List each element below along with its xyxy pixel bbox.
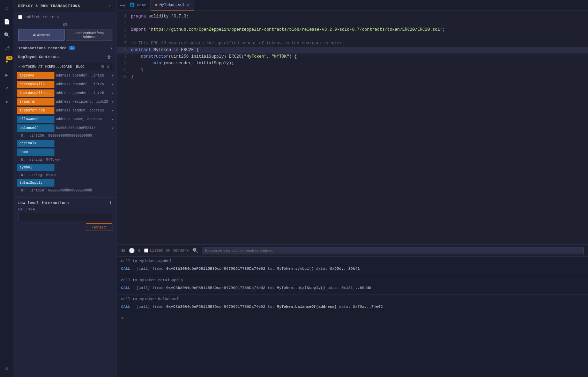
decreaseallo-params: address spender, uint25 <box>56 82 110 86</box>
call-type-symbol: [call] from: <box>134 267 166 271</box>
name-button[interactable]: name <box>17 148 54 156</box>
transact-button[interactable]: Transact <box>86 223 112 231</box>
allowance-chevron[interactable]: ▾ <box>112 117 114 122</box>
transfer-chevron[interactable]: ▾ <box>112 100 114 104</box>
address-buttons: At Address Load contract from Address <box>14 28 117 44</box>
code-line-9: 9 } <box>117 67 588 74</box>
fn-row-name: name <box>17 148 114 156</box>
console-search-input[interactable] <box>202 247 584 254</box>
console-toolbar: ≋ 🕐 0 listen on network 🔍 <box>117 245 588 257</box>
balanceof-result-value: 0: uint256: 800000000000000000000 <box>21 134 92 138</box>
console-entry-symbol: call to MyToken.symbol CALL [call] from:… <box>117 257 588 276</box>
listen-label: listen on network <box>144 248 189 253</box>
publish-row: Publish to IPFS <box>14 12 117 22</box>
console-summary-balanceof: call to MyToken.balanceOf <box>121 297 584 301</box>
console-output: call to MyToken.symbol CALL [call] from:… <box>117 257 588 377</box>
panel-menu-button[interactable]: ≡ <box>108 3 112 8</box>
starknet-nav-icon[interactable]: ★ <box>1 96 13 107</box>
decreaseallo-chevron[interactable]: ▾ <box>112 82 114 87</box>
zoom-out-button[interactable]: − <box>120 2 122 8</box>
contract-copy-button[interactable]: ⧉ <box>100 64 105 69</box>
allowance-button[interactable]: allowance <box>17 116 54 123</box>
decreaseallo-button[interactable]: decreaseAllo... <box>17 81 54 88</box>
deployed-contracts-area: ▾ MYTOKEN AT 0XBFS...0DABB [BLOC ⧉ ✕ app… <box>14 61 117 196</box>
console-search-icon[interactable]: 🔍 <box>192 248 198 253</box>
home-tab-icon: 🌐 <box>129 2 135 8</box>
fn-row-increaseallo: increaseAllo... address spender, uint25 … <box>17 89 114 97</box>
code-line-6: 6 contract MyToken is ERC20 { <box>117 47 588 53</box>
plugin-badge: 74 <box>6 56 13 60</box>
transfer-button[interactable]: transfer <box>17 98 54 106</box>
deployed-contracts-trash[interactable]: 🗑 <box>106 55 112 59</box>
transactions-header-left: Transactions recorded 1 <box>18 46 75 50</box>
deployed-contracts-header[interactable]: Deployed Contracts 🗑 <box>14 52 117 61</box>
code-line-4: 4 <box>117 34 588 40</box>
approve-button[interactable]: approve <box>17 72 54 79</box>
call-data-label-balanceof: data: <box>339 305 353 309</box>
deploy-panel-header: DEPLOY & RUN TRANSACTIONS ≡ <box>14 0 117 12</box>
contract-chevron[interactable]: ▾ <box>18 65 20 69</box>
settings-nav-icon[interactable]: ⚙ <box>1 363 13 374</box>
home-tab-label: Home <box>137 3 146 7</box>
transferfrom-chevron[interactable]: ▾ <box>112 109 114 113</box>
transactions-title: Transactions recorded <box>18 46 67 50</box>
low-level-info-icon[interactable]: ℹ <box>109 201 112 205</box>
console-prompt: > <box>117 314 588 323</box>
mytoken-tab-label: MyToken.sol <box>159 3 185 7</box>
publish-checkbox[interactable] <box>18 15 22 19</box>
tab-home[interactable]: 🌐 Home <box>125 0 150 10</box>
call-data-balanceof: 0x70a...74e02 <box>353 305 383 309</box>
call-from-symbol: 0xA98b3084c9eF58115B39cd484799917789Da74… <box>166 267 265 271</box>
git-nav-icon[interactable]: ⎇ <box>1 43 13 54</box>
zoom-in-button[interactable]: + <box>122 2 125 8</box>
fn-row-allowance: allowance address owner, address ▾ <box>17 116 114 123</box>
mytoken-tab-icon: ◆ <box>155 2 157 7</box>
plugin-nav-icon[interactable]: ● 74 <box>1 56 13 67</box>
totalsupply-result: 0: uint256: 800000000000000000000 <box>17 188 114 195</box>
approve-chevron[interactable]: ▾ <box>112 74 114 78</box>
tab-mytoken[interactable]: ◆ MyToken.sol ✕ <box>151 0 194 10</box>
transferfrom-button[interactable]: transferFrom <box>17 107 54 114</box>
code-line-3: 3 import 'https://github.com/OpenZeppeli… <box>117 27 588 33</box>
decimals-button[interactable]: decimals <box>17 140 54 147</box>
call-type-balanceof: [call] from: <box>134 305 166 309</box>
listen-checkbox[interactable] <box>144 248 148 253</box>
call-to-symbol: MyToken.symbol() <box>277 267 314 271</box>
balanceof-button[interactable]: balanceOf <box>17 124 54 132</box>
deploy-nav-icon[interactable]: ▶ <box>1 69 13 80</box>
home-nav-icon[interactable]: ⌂ <box>1 3 13 14</box>
icon-sidebar: ⌂ 📄 🔍 ⎇ ● 74 ▶ ✓ ★ ⚙ <box>0 0 14 377</box>
code-line-10: 10 } <box>117 74 588 80</box>
main-area: − + 🌐 Home ◆ MyToken.sol ✕ 1 pragma soli… <box>117 0 588 377</box>
increaseallo-chevron[interactable]: ▾ <box>112 91 114 95</box>
calldata-input[interactable] <box>18 213 112 221</box>
transactions-section-header[interactable]: Transactions recorded 1 ▾ <box>14 44 117 52</box>
call-to-balanceof: MyToken.balanceOf(address) <box>277 305 337 309</box>
totalsupply-button[interactable]: totalSupply <box>17 179 54 187</box>
call-from-balanceof: 0xA98b3084c9eF58115B39cd484799917789Da74… <box>166 305 265 309</box>
balanceof-chevron[interactable]: ▾ <box>112 126 114 130</box>
call-data-label-totalsupply: data: <box>328 286 342 290</box>
transactions-chevron: ▾ <box>110 46 112 50</box>
transfer-params: address recipient, uint25 <box>56 100 110 104</box>
deploy-panel: DEPLOY & RUN TRANSACTIONS ≡ Publish to I… <box>14 0 117 377</box>
verify-nav-icon[interactable]: ✓ <box>1 82 13 94</box>
call-data-totalsupply: 0x181...60ddd <box>341 286 371 290</box>
call-badge-balanceof: CALL <box>121 304 130 310</box>
call-badge-symbol: CALL <box>121 266 130 272</box>
transactions-badge: 1 <box>69 46 75 50</box>
mytoken-tab-close[interactable]: ✕ <box>187 2 189 7</box>
console-summary-symbol: call to MyToken.symbol <box>121 259 584 263</box>
files-nav-icon[interactable]: 📄 <box>1 16 13 27</box>
symbol-button[interactable]: symbol <box>17 164 54 171</box>
search-nav-icon[interactable]: 🔍 <box>1 29 13 41</box>
contract-close-button[interactable]: ✕ <box>105 64 111 69</box>
at-address-button[interactable]: At Address <box>18 29 65 41</box>
or-divider: OR <box>14 22 117 28</box>
console-clear-button[interactable]: ≋ <box>121 248 125 253</box>
load-contract-button[interactable]: Load contract from Address <box>66 29 112 41</box>
increaseallo-button[interactable]: increaseAllo... <box>17 89 54 97</box>
console-time-button[interactable]: 🕐 <box>129 248 135 253</box>
call-badge-totalsupply: CALL <box>121 285 130 291</box>
panel-title: DEPLOY & RUN TRANSACTIONS <box>18 4 80 8</box>
